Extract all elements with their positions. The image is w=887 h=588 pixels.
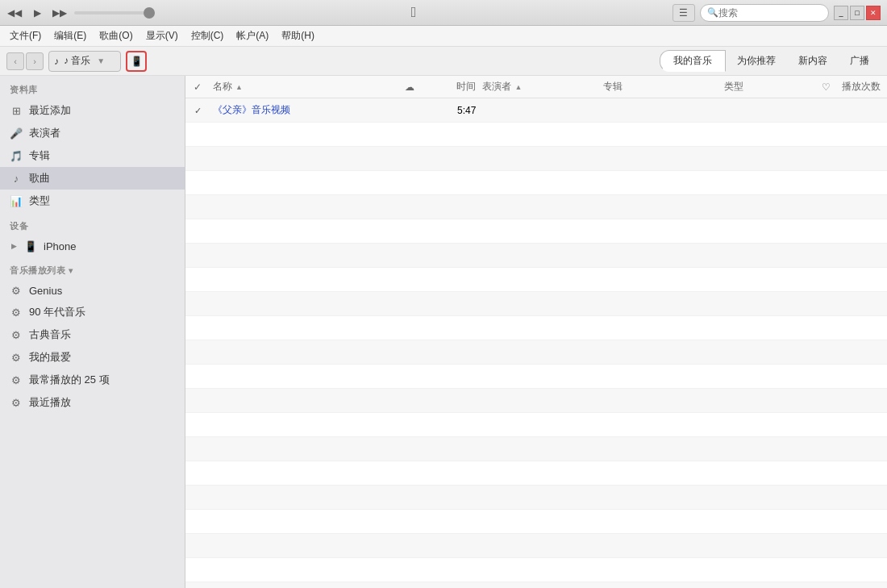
play-button[interactable]: ▶ (29, 5, 45, 21)
sidebar-item-classical[interactable]: ⚙ 古典音乐 (0, 323, 185, 346)
minimize-button[interactable]: _ (834, 6, 848, 20)
sidebar-item-recent-played[interactable]: ⚙ 最近播放 (0, 391, 185, 414)
sidebar-item-genres[interactable]: 📊 类型 (0, 190, 185, 212)
sidebar-item-genius[interactable]: ⚙ Genius (0, 280, 185, 301)
table-row (185, 244, 887, 268)
close-button[interactable]: ✕ (866, 6, 881, 20)
tab-new-content[interactable]: 新内容 (787, 51, 839, 71)
menu-file[interactable]: 文件(F) (3, 27, 48, 44)
sidebar-item-label: 最常播放的 25 项 (29, 373, 110, 387)
bars-icon: 📊 (10, 194, 23, 207)
menu-song[interactable]: 歌曲(O) (93, 27, 139, 44)
sort-arrow-icon: ▲ (235, 83, 243, 91)
table-row (185, 461, 887, 486)
menu-control[interactable]: 控制(C) (185, 27, 231, 44)
content-area: ✓ 名称 ▲ ☁ 时间 表演者 ▲ 专辑 类型 ♡ 播放次数 ✓ 《父亲》音乐视… (185, 76, 887, 588)
phone-icon: 📱 (24, 240, 37, 252)
nav-forward-button[interactable]: › (26, 52, 44, 70)
table-row (185, 413, 887, 437)
sidebar-item-label: 最近添加 (29, 103, 71, 118)
nav-bar: ‹ › ♪ ♪ 音乐 ▼ 📱 我的音乐 为你推荐 新内容 广播 (0, 47, 887, 76)
nav-back-button[interactable]: ‹ (6, 52, 24, 70)
device-icon-button[interactable]: 📱 (126, 51, 147, 72)
chevron-down-icon: ▼ (97, 56, 105, 65)
tab-my-music[interactable]: 我的音乐 (660, 50, 726, 72)
col-artist-header[interactable]: 表演者 ▲ (482, 80, 603, 94)
list-view-button[interactable]: ☰ (673, 4, 695, 22)
search-box: 🔍 (700, 4, 829, 22)
table-row (185, 510, 887, 534)
table-row (185, 219, 887, 244)
nav-arrows: ‹ › (6, 52, 44, 70)
col-name-header[interactable]: 名称 ▲ (210, 80, 394, 94)
checkmark-icon: ✓ (194, 106, 202, 115)
tab-bar: 我的音乐 为你推荐 新内容 广播 (660, 50, 881, 72)
tab-recommended[interactable]: 为你推荐 (726, 51, 787, 71)
sidebar-item-label: 表演者 (29, 126, 60, 140)
sidebar-item-albums[interactable]: 🎵 专辑 (0, 144, 185, 167)
title-bar-center:  (411, 4, 417, 21)
library-label: ♪ 音乐 (64, 54, 90, 68)
maximize-button[interactable]: □ (850, 6, 864, 20)
gear-icon: ⚙ (10, 351, 23, 364)
table-row (185, 389, 887, 413)
col-album-header[interactable]: 专辑 (603, 80, 724, 94)
music-note-icon: ♪ (54, 56, 59, 67)
sidebar-item-label: Genius (29, 285, 62, 297)
gear-icon: ⚙ (10, 328, 23, 341)
phone-icon: 📱 (131, 56, 143, 67)
progress-thumb[interactable] (144, 7, 155, 19)
playlist-chevron-icon: ▾ (69, 266, 73, 275)
col-type-header[interactable]: 类型 (724, 80, 814, 94)
title-bar-left: ◀◀ ▶ ▶▶ (6, 5, 155, 21)
table-row (185, 123, 887, 147)
row-check: ✓ (185, 105, 210, 116)
album-icon: 🎵 (10, 149, 23, 162)
col-heart-header: ♡ (814, 81, 839, 93)
sidebar-item-favorites[interactable]: ⚙ 我的最爱 (0, 346, 185, 369)
sidebar-section-playlists: 音乐播放列表 ▾ (0, 256, 185, 280)
title-bar: ◀◀ ▶ ▶▶  ☰ 🔍 _ □ ✕ (0, 0, 887, 26)
grid-icon: ⊞ (10, 104, 23, 117)
table-row (185, 195, 887, 219)
col-plays-header[interactable]: 播放次数 (839, 80, 887, 94)
next-button[interactable]: ▶▶ (52, 5, 68, 21)
table-row (185, 340, 887, 365)
library-selector[interactable]: ♪ ♪ 音乐 ▼ (48, 51, 121, 72)
table-row (185, 437, 887, 461)
tab-radio[interactable]: 广播 (839, 51, 881, 71)
sidebar-item-iphone[interactable]: ▶ 📱 iPhone (0, 236, 185, 256)
col-time-header[interactable]: 时间 (426, 80, 482, 94)
table-row (185, 147, 887, 171)
sidebar-item-label: 90 年代音乐 (29, 305, 85, 319)
table-row (185, 365, 887, 389)
sidebar-item-top25[interactable]: ⚙ 最常播放的 25 项 (0, 369, 185, 391)
row-time: 5:47 (426, 105, 482, 116)
expand-icon[interactable]: ▶ (10, 242, 18, 250)
sidebar-item-label: 古典音乐 (29, 327, 71, 342)
menu-help[interactable]: 帮助(H) (275, 27, 321, 44)
prev-button[interactable]: ◀◀ (6, 5, 23, 21)
sidebar-item-90s[interactable]: ⚙ 90 年代音乐 (0, 301, 185, 323)
sidebar-item-label: 最近播放 (29, 395, 71, 410)
search-input[interactable] (718, 7, 815, 19)
menu-bar: 文件(F) 编辑(E) 歌曲(O) 显示(V) 控制(C) 帐户(A) 帮助(H… (0, 26, 887, 47)
gear-icon: ⚙ (10, 373, 23, 386)
table-row[interactable]: ✓ 《父亲》音乐视频 5:47 (185, 98, 887, 123)
sidebar: 资料库 ⊞ 最近添加 🎤 表演者 🎵 专辑 ♪ 歌曲 📊 类型 设备 ▶ 📱 i… (0, 76, 185, 588)
table-row (185, 582, 887, 588)
table-header: ✓ 名称 ▲ ☁ 时间 表演者 ▲ 专辑 类型 ♡ 播放次数 (185, 76, 887, 98)
main-layout: 资料库 ⊞ 最近添加 🎤 表演者 🎵 专辑 ♪ 歌曲 📊 类型 设备 ▶ 📱 i… (0, 76, 887, 588)
progress-bar[interactable] (74, 11, 155, 15)
table-row (185, 171, 887, 195)
menu-account[interactable]: 帐户(A) (230, 27, 275, 44)
table-row (185, 558, 887, 582)
menu-view[interactable]: 显示(V) (140, 27, 185, 44)
sidebar-item-label: iPhone (44, 240, 76, 252)
window-controls: _ □ ✕ (834, 6, 881, 20)
sidebar-item-songs[interactable]: ♪ 歌曲 (0, 167, 185, 190)
sidebar-item-artists[interactable]: 🎤 表演者 (0, 122, 185, 144)
sidebar-section-library: 资料库 (0, 76, 185, 99)
menu-edit[interactable]: 编辑(E) (48, 27, 93, 44)
sidebar-item-recent[interactable]: ⊞ 最近添加 (0, 99, 185, 122)
